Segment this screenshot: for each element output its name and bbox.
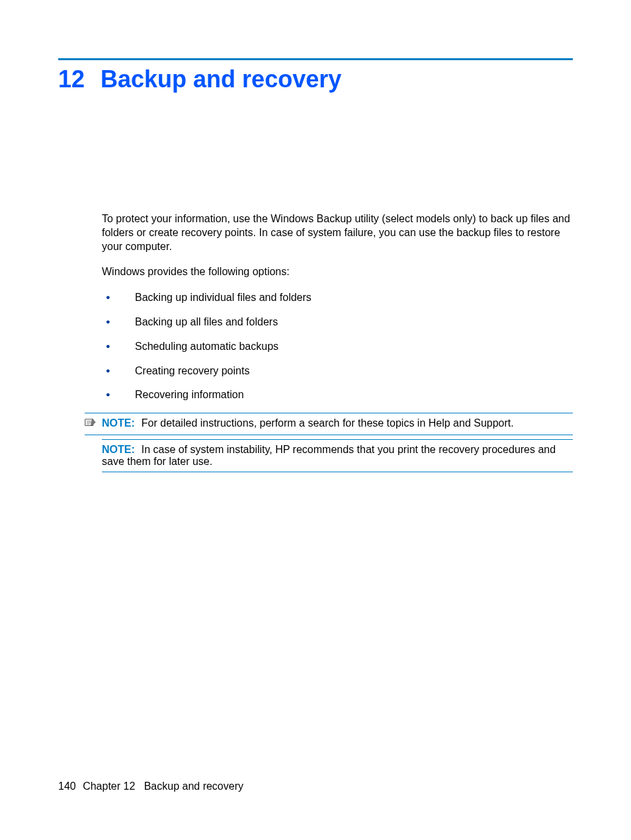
chapter-number: 12 — [58, 65, 85, 93]
footer-page-number: 140 — [58, 780, 76, 792]
footer-chapter-title: Backup and recovery — [144, 780, 243, 792]
note-block: NOTE:For detailed instructions, perform … — [85, 413, 573, 435]
note-label: NOTE: — [102, 444, 135, 455]
footer-chapter-label: Chapter 12 — [83, 780, 135, 792]
list-item: Creating recovery points — [102, 364, 573, 378]
list-item: Recovering information — [102, 388, 573, 402]
intro-paragraph: To protect your information, use the Win… — [102, 212, 573, 253]
page-footer: 140 Chapter 12 Backup and recovery — [58, 780, 243, 792]
note-text: In case of system instability, HP recomm… — [102, 444, 556, 467]
chapter-top-rule — [58, 58, 573, 60]
body-content: To protect your information, use the Win… — [102, 212, 573, 402]
options-lead: Windows provides the following options: — [102, 265, 573, 279]
chapter-title: Backup and recovery — [101, 65, 341, 93]
list-item: Scheduling automatic backups — [102, 340, 573, 354]
options-list: Backing up individual files and folders … — [102, 291, 573, 402]
list-item: Backing up all files and folders — [102, 315, 573, 329]
note-label: NOTE: — [102, 417, 135, 429]
list-item: Backing up individual files and folders — [102, 291, 573, 305]
note-text: For detailed instructions, perform a sea… — [142, 417, 514, 429]
chapter-heading: 12 Backup and recovery — [58, 65, 573, 93]
note-block: NOTE:In case of system instability, HP r… — [102, 439, 573, 472]
note-pencil-icon — [85, 417, 98, 431]
